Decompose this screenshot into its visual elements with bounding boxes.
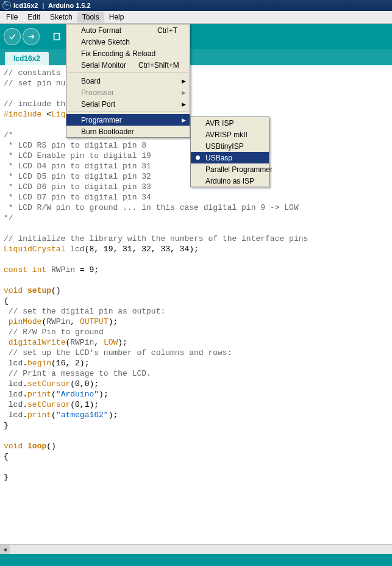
prog-usbtinyisp[interactable]: USBtinyISP — [191, 140, 269, 152]
submenu-arrow-icon: ▶ — [182, 117, 186, 123]
verify-button[interactable] — [4, 28, 21, 45]
scroll-left-icon[interactable]: ◄ — [0, 545, 10, 554]
menu-help[interactable]: Help — [104, 12, 129, 23]
tools-fix-encoding[interactable]: Fix Encoding & Reload — [66, 48, 190, 59]
radio-checked-icon — [196, 156, 200, 160]
tools-processor[interactable]: Processor▶ — [66, 87, 190, 98]
submenu-arrow-icon: ▶ — [182, 101, 186, 107]
submenu-arrow-icon: ▶ — [182, 78, 186, 84]
tools-archive-sketch[interactable]: Archive Sketch — [66, 36, 190, 48]
menu-edit[interactable]: Edit — [23, 12, 45, 23]
tools-burn-bootloader[interactable]: Burn Bootloader — [66, 126, 190, 137]
menu-tools[interactable]: Tools — [77, 12, 104, 23]
menu-separator — [68, 73, 188, 73]
tools-auto-format[interactable]: Auto FormatCtrl+T — [66, 24, 190, 36]
tools-serial-port[interactable]: Serial Port▶ — [66, 98, 190, 110]
svg-rect-0 — [54, 34, 60, 40]
menubar: File Edit Sketch Tools Help — [0, 11, 392, 24]
title-app: Arduino 1.5.2 — [48, 2, 91, 9]
prog-avr-isp[interactable]: AVR ISP — [191, 117, 269, 129]
tools-board[interactable]: Board▶ — [66, 75, 190, 87]
upload-button[interactable] — [23, 28, 40, 45]
tools-serial-monitor[interactable]: Serial MonitorCtrl+Shift+M — [66, 59, 190, 71]
menu-sketch[interactable]: Sketch — [45, 12, 77, 23]
tools-dropdown: Auto FormatCtrl+T Archive Sketch Fix Enc… — [66, 24, 190, 138]
title-sketch: lcd16x2 — [13, 2, 38, 9]
new-button[interactable] — [48, 28, 65, 45]
prog-avrisp-mkii[interactable]: AVRISP mkII — [191, 129, 269, 140]
menu-file[interactable]: File — [1, 12, 23, 23]
tab-bar: lcd16x2 — [0, 49, 392, 65]
horizontal-scrollbar[interactable]: ◄ — [0, 544, 392, 554]
tools-programmer[interactable]: Programmer▶ — [66, 114, 190, 126]
arduino-icon — [2, 1, 11, 10]
prog-parallel[interactable]: Parallel Programmer — [191, 163, 269, 175]
prog-usbasp[interactable]: USBasp — [191, 152, 269, 163]
tab-sketch[interactable]: lcd16x2 — [5, 52, 49, 65]
submenu-arrow-icon: ▶ — [182, 90, 186, 96]
menu-separator — [68, 112, 188, 112]
programmer-submenu: AVR ISP AVRISP mkII USBtinyISP USBasp Pa… — [190, 116, 269, 187]
toolbar — [0, 24, 392, 49]
status-bar — [0, 554, 392, 566]
window-titlebar: lcd16x2 | Arduino 1.5.2 — [0, 0, 392, 11]
title-sep: | — [42, 2, 44, 9]
prog-arduino-as-isp[interactable]: Arduino as ISP — [191, 175, 269, 187]
